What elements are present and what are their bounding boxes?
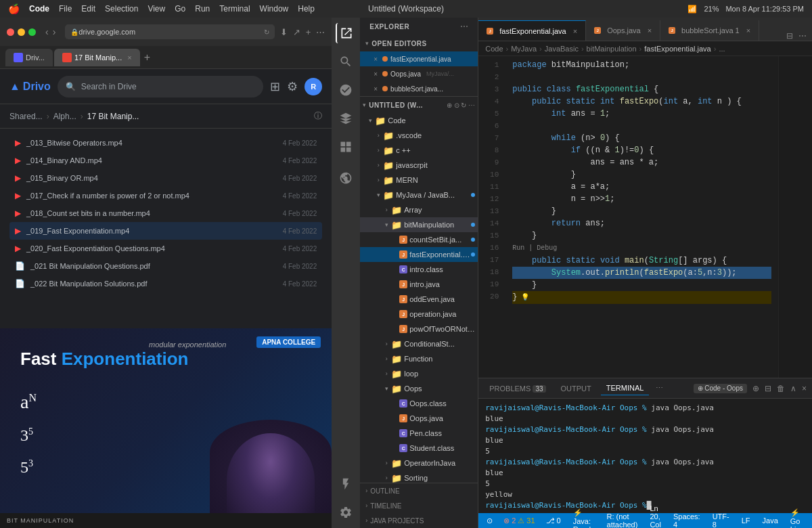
tree-code[interactable]: ▾ 📁 Code xyxy=(360,113,478,128)
tree-oops-folder[interactable]: ▾ 📁 Oops xyxy=(360,381,478,396)
code-lines[interactable]: package bitMainpulation; public class fa… xyxy=(505,56,778,378)
more-actions-icon[interactable]: ⋯ xyxy=(798,31,807,41)
timeline-section[interactable]: › TIMELINE xyxy=(360,498,478,513)
tree-oddeven[interactable]: › J oddEven.java xyxy=(360,292,478,307)
tree-vscode[interactable]: › 📁 .vscode xyxy=(360,128,478,143)
explorer-icons[interactable]: ⋯ xyxy=(460,22,468,31)
breadcrumb-shared[interactable]: Shared... xyxy=(9,112,43,121)
tab-oops[interactable]: J Oops.java × xyxy=(586,20,660,41)
r-not-attached[interactable]: R: (not attached) xyxy=(604,512,641,528)
tree-oopsjava[interactable]: › J Oops.java xyxy=(360,411,478,426)
code-editor[interactable]: 12345 678910 1112131415 1617181920 packa… xyxy=(478,56,812,378)
open-file-oops[interactable]: × Oops.java MyJava/... xyxy=(360,66,478,81)
menu-view[interactable]: View xyxy=(148,4,165,14)
tree-fastexponential[interactable]: › J fastExponential.java xyxy=(360,247,478,262)
go-live[interactable]: ⚡ Go Live xyxy=(788,508,807,529)
url-bar[interactable]: 🔒 drive.google.com ↻ xyxy=(65,24,274,39)
line-ending[interactable]: LF xyxy=(739,516,753,525)
activity-explorer[interactable] xyxy=(336,23,356,43)
minimize-dot[interactable] xyxy=(18,28,25,36)
activity-extensions[interactable] xyxy=(336,137,356,157)
java-projects-section[interactable]: › JAVA PROJECTS xyxy=(360,513,478,528)
language-mode[interactable]: Java xyxy=(760,516,781,525)
terminal-close-icon[interactable]: × xyxy=(802,384,807,393)
split-editor-icon[interactable]: ⊟ xyxy=(786,31,793,41)
back-icon[interactable]: ‹ xyxy=(45,26,49,37)
tree-powoftwoornot[interactable]: › J powOfTwoORNot.j... xyxy=(360,322,478,336)
activity-search[interactable] xyxy=(336,51,356,72)
gdrive-search-bar[interactable]: 🔍 Search in Drive xyxy=(58,76,263,97)
tab-problems[interactable]: PROBLEMS 33 xyxy=(484,382,551,395)
tree-array[interactable]: › 📁 Array xyxy=(360,202,478,217)
file-close-icon[interactable]: × xyxy=(374,85,378,93)
tree-cpp[interactable]: › 📁 c ++ xyxy=(360,143,478,158)
outline-section[interactable]: › OUTLINE xyxy=(360,483,478,498)
error-status[interactable]: ⊗ 2 ⚠ 31 xyxy=(501,516,537,525)
settings-icon[interactable]: ⚙ xyxy=(287,79,298,94)
bc-javabasic[interactable]: JavaBasic xyxy=(545,45,579,53)
bc-more[interactable]: ... xyxy=(719,45,725,53)
terminal-more[interactable]: ⋯ xyxy=(656,384,663,393)
tree-operation[interactable]: › J operation.java xyxy=(360,307,478,322)
file-item-015[interactable]: ▶ _015_Binary OR.mp4 4 Feb 2022 xyxy=(9,169,322,187)
file-item-021[interactable]: 📄 _021 Bit Manipulation Questions.pdf 4 … xyxy=(9,257,322,275)
bc-code[interactable]: Code xyxy=(485,45,503,53)
workspace-icons[interactable]: ⊕ ⊙ ↻ ⋯ xyxy=(447,102,475,109)
tab-close-icon[interactable]: × xyxy=(573,27,577,35)
file-item-019[interactable]: ▶ _019_Fast Exponentiation.mp4 4 Feb 202… xyxy=(9,222,322,240)
tab-terminal[interactable]: TERMINAL xyxy=(601,381,650,395)
terminal-content[interactable]: ravijaiswal@Ravis-MacBook-Air Oops % jav… xyxy=(478,399,812,513)
open-file-bubblesort[interactable]: × bubbleSort.java... xyxy=(360,81,478,96)
add-tab-icon[interactable]: + xyxy=(306,27,311,37)
open-file-fastexponential[interactable]: × fastExponential.java xyxy=(360,51,478,66)
tree-introclass[interactable]: › C intro.class xyxy=(360,262,478,277)
editor-tab-actions[interactable]: ⊟ ⋯ xyxy=(781,31,812,41)
reload-icon[interactable]: ↻ xyxy=(264,28,269,36)
menu-terminal[interactable]: Terminal xyxy=(219,4,250,14)
activity-settings[interactable] xyxy=(336,502,356,523)
menu-go[interactable]: Go xyxy=(175,4,185,14)
maximize-dot[interactable] xyxy=(28,28,36,36)
tree-studentclass[interactable]: › C Student.class xyxy=(360,441,478,456)
menu-file[interactable]: File xyxy=(59,4,72,14)
tree-myjava[interactable]: ▾ 📁 MyJava / JavaB... xyxy=(360,188,478,202)
alph-tab-close[interactable]: × xyxy=(127,53,131,62)
tree-countsetbit[interactable]: › J countSetBit.ja... xyxy=(360,232,478,247)
download-icon[interactable]: ⬇ xyxy=(280,27,288,37)
file-item-022[interactable]: 📄 _022 Bit Manipulation Solutions.pdf 4 … xyxy=(9,275,322,292)
remote-status[interactable]: ⊙ xyxy=(484,516,495,525)
menu-window[interactable]: Window xyxy=(260,4,289,14)
terminal-collapse-icon[interactable]: ∧ xyxy=(790,384,796,393)
tree-mern[interactable]: › 📁 MERN xyxy=(360,173,478,188)
user-avatar[interactable]: R xyxy=(304,78,322,95)
cursor-position[interactable]: Ln 20, Col 1 xyxy=(647,504,664,528)
bc-file[interactable]: fastExponential.java xyxy=(644,45,710,53)
file-item-018[interactable]: ▶ _018_Count set bits in a number.mp4 4 … xyxy=(9,204,322,222)
file-item-014[interactable]: ▶ _014_Binary AND.mp4 4 Feb 2022 xyxy=(9,152,322,169)
tree-bitmanipulation[interactable]: ▾ 📁 bitMainpulation xyxy=(360,217,478,232)
activity-debug[interactable] xyxy=(336,108,356,129)
tree-operatorinjava[interactable]: › 📁 OperatorInJava xyxy=(360,456,478,470)
tree-introjava[interactable]: › J intro.java xyxy=(360,277,478,292)
info-icon[interactable]: ⓘ xyxy=(314,110,322,122)
window-controls[interactable] xyxy=(7,28,36,36)
bc-myjava[interactable]: MyJava xyxy=(511,45,537,53)
tab-bubblesort[interactable]: J bubbleSort.java 1 × xyxy=(660,20,759,41)
tree-sorting[interactable]: › 📁 Sorting xyxy=(360,470,478,483)
browser-tab-driv[interactable]: Driv... xyxy=(5,49,53,66)
tree-loop[interactable]: › 📁 loop xyxy=(360,366,478,381)
forward-icon[interactable]: › xyxy=(53,26,56,37)
grid-view-icon[interactable]: ⊞ xyxy=(270,79,280,94)
tree-javascrpit[interactable]: › 📁 javascrpit xyxy=(360,158,478,173)
terminal-add-icon[interactable]: ⊕ xyxy=(752,384,759,393)
spaces[interactable]: Spaces: 4 xyxy=(671,512,703,528)
terminal-trash-icon[interactable]: 🗑 xyxy=(777,384,785,393)
more-icon[interactable]: ⋯ xyxy=(316,27,325,37)
close-dot[interactable] xyxy=(7,28,14,36)
activity-remote[interactable] xyxy=(336,168,356,188)
tree-function[interactable]: › 📁 Function xyxy=(360,351,478,366)
file-close-icon[interactable]: × xyxy=(374,70,378,78)
menu-selection[interactable]: Selection xyxy=(105,4,138,14)
file-item-017[interactable]: ▶ _017_Check if a number is power of 2 o… xyxy=(9,187,322,204)
activity-git[interactable] xyxy=(336,80,356,100)
